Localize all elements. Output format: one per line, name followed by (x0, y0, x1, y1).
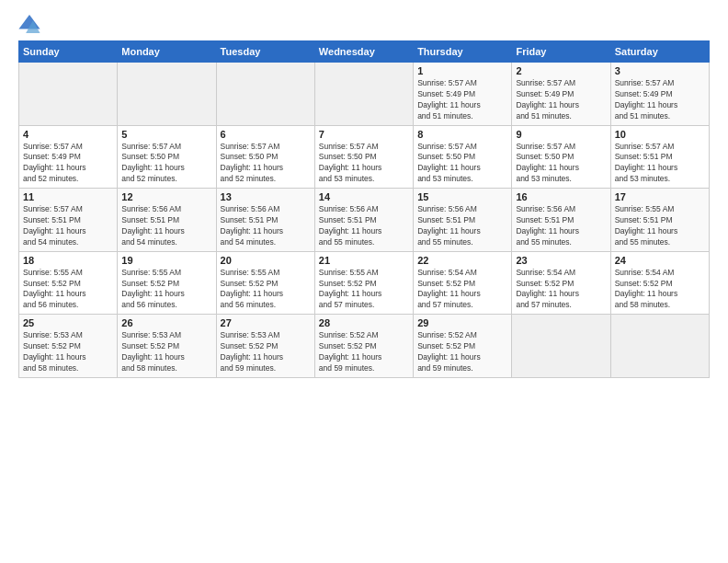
day-info: Sunrise: 5:53 AM Sunset: 5:52 PM Dayligh… (221, 330, 311, 374)
calendar-cell: 11Sunrise: 5:57 AM Sunset: 5:51 PM Dayli… (19, 189, 118, 252)
day-number: 29 (417, 317, 507, 328)
day-of-week-header: Friday (512, 41, 610, 63)
day-number: 21 (319, 255, 409, 266)
day-info: Sunrise: 5:52 AM Sunset: 5:52 PM Dayligh… (319, 330, 409, 374)
day-info: Sunrise: 5:53 AM Sunset: 5:52 PM Dayligh… (23, 330, 113, 374)
day-number: 25 (23, 317, 113, 328)
day-info: Sunrise: 5:54 AM Sunset: 5:52 PM Dayligh… (516, 268, 606, 312)
day-info: Sunrise: 5:57 AM Sunset: 5:49 PM Dayligh… (23, 142, 113, 186)
calendar-cell: 8Sunrise: 5:57 AM Sunset: 5:50 PM Daylig… (414, 125, 512, 189)
calendar-cell (314, 63, 413, 126)
day-number: 16 (516, 191, 606, 202)
day-info: Sunrise: 5:55 AM Sunset: 5:52 PM Dayligh… (221, 268, 311, 312)
day-info: Sunrise: 5:57 AM Sunset: 5:50 PM Dayligh… (417, 142, 507, 186)
calendar-cell: 23Sunrise: 5:54 AM Sunset: 5:52 PM Dayli… (512, 251, 610, 315)
calendar-cell (512, 315, 610, 378)
calendar-cell: 21Sunrise: 5:55 AM Sunset: 5:52 PM Dayli… (314, 251, 413, 315)
calendar-cell: 16Sunrise: 5:56 AM Sunset: 5:51 PM Dayli… (512, 189, 610, 252)
day-number: 24 (615, 255, 705, 266)
day-number: 27 (221, 317, 311, 328)
day-number: 26 (121, 317, 211, 328)
day-info: Sunrise: 5:57 AM Sunset: 5:50 PM Dayligh… (319, 142, 409, 186)
day-info: Sunrise: 5:55 AM Sunset: 5:52 PM Dayligh… (121, 268, 211, 312)
calendar-week-row: 25Sunrise: 5:53 AM Sunset: 5:52 PM Dayli… (19, 315, 710, 378)
day-info: Sunrise: 5:57 AM Sunset: 5:49 PM Dayligh… (615, 78, 705, 122)
day-info: Sunrise: 5:54 AM Sunset: 5:52 PM Dayligh… (417, 268, 507, 312)
day-number: 15 (417, 191, 507, 202)
day-number: 12 (121, 191, 211, 202)
day-number: 7 (319, 129, 409, 140)
calendar-cell: 6Sunrise: 5:57 AM Sunset: 5:50 PM Daylig… (216, 125, 314, 189)
day-number: 18 (23, 255, 113, 266)
day-number: 23 (516, 255, 606, 266)
calendar-cell: 28Sunrise: 5:52 AM Sunset: 5:52 PM Dayli… (314, 315, 413, 378)
calendar-cell (216, 63, 314, 126)
day-number: 8 (417, 129, 507, 140)
day-info: Sunrise: 5:57 AM Sunset: 5:50 PM Dayligh… (121, 142, 211, 186)
calendar-cell: 13Sunrise: 5:56 AM Sunset: 5:51 PM Dayli… (216, 189, 314, 252)
day-info: Sunrise: 5:57 AM Sunset: 5:51 PM Dayligh… (615, 142, 705, 186)
day-info: Sunrise: 5:56 AM Sunset: 5:51 PM Dayligh… (221, 204, 311, 248)
day-info: Sunrise: 5:56 AM Sunset: 5:51 PM Dayligh… (121, 204, 211, 248)
calendar-header-row: SundayMondayTuesdayWednesdayThursdayFrid… (19, 41, 710, 63)
day-info: Sunrise: 5:55 AM Sunset: 5:51 PM Dayligh… (615, 204, 705, 248)
day-number: 19 (121, 255, 211, 266)
calendar-cell: 25Sunrise: 5:53 AM Sunset: 5:52 PM Dayli… (19, 315, 118, 378)
logo-icon (18, 15, 40, 33)
calendar-cell (19, 63, 118, 126)
calendar-cell: 9Sunrise: 5:57 AM Sunset: 5:50 PM Daylig… (512, 125, 610, 189)
day-number: 2 (516, 65, 606, 76)
calendar-cell: 14Sunrise: 5:56 AM Sunset: 5:51 PM Dayli… (314, 189, 413, 252)
day-number: 5 (121, 129, 211, 140)
page-header (18, 15, 710, 33)
day-number: 3 (615, 65, 705, 76)
day-info: Sunrise: 5:56 AM Sunset: 5:51 PM Dayligh… (417, 204, 507, 248)
day-of-week-header: Sunday (19, 41, 118, 63)
day-number: 11 (23, 191, 113, 202)
day-number: 14 (319, 191, 409, 202)
day-info: Sunrise: 5:57 AM Sunset: 5:50 PM Dayligh… (221, 142, 311, 186)
day-info: Sunrise: 5:56 AM Sunset: 5:51 PM Dayligh… (516, 204, 606, 248)
calendar-cell: 24Sunrise: 5:54 AM Sunset: 5:52 PM Dayli… (610, 251, 709, 315)
day-number: 17 (615, 191, 705, 202)
logo (18, 15, 44, 33)
calendar-cell: 15Sunrise: 5:56 AM Sunset: 5:51 PM Dayli… (414, 189, 512, 252)
calendar-cell: 10Sunrise: 5:57 AM Sunset: 5:51 PM Dayli… (610, 125, 709, 189)
calendar-cell: 18Sunrise: 5:55 AM Sunset: 5:52 PM Dayli… (19, 251, 118, 315)
day-number: 10 (615, 129, 705, 140)
calendar-cell: 2Sunrise: 5:57 AM Sunset: 5:49 PM Daylig… (512, 63, 610, 126)
calendar-cell: 29Sunrise: 5:52 AM Sunset: 5:52 PM Dayli… (414, 315, 512, 378)
day-info: Sunrise: 5:57 AM Sunset: 5:49 PM Dayligh… (516, 78, 606, 122)
day-info: Sunrise: 5:54 AM Sunset: 5:52 PM Dayligh… (615, 268, 705, 312)
day-number: 9 (516, 129, 606, 140)
day-number: 1 (417, 65, 507, 76)
day-number: 6 (221, 129, 311, 140)
day-info: Sunrise: 5:52 AM Sunset: 5:52 PM Dayligh… (417, 330, 507, 374)
day-number: 20 (221, 255, 311, 266)
calendar: SundayMondayTuesdayWednesdayThursdayFrid… (18, 40, 710, 378)
calendar-cell: 19Sunrise: 5:55 AM Sunset: 5:52 PM Dayli… (118, 251, 216, 315)
calendar-cell (610, 315, 709, 378)
calendar-cell: 26Sunrise: 5:53 AM Sunset: 5:52 PM Dayli… (118, 315, 216, 378)
calendar-week-row: 11Sunrise: 5:57 AM Sunset: 5:51 PM Dayli… (19, 189, 710, 252)
calendar-cell: 3Sunrise: 5:57 AM Sunset: 5:49 PM Daylig… (610, 63, 709, 126)
day-info: Sunrise: 5:57 AM Sunset: 5:50 PM Dayligh… (516, 142, 606, 186)
day-of-week-header: Thursday (414, 41, 512, 63)
day-info: Sunrise: 5:56 AM Sunset: 5:51 PM Dayligh… (319, 204, 409, 248)
day-of-week-header: Tuesday (216, 41, 314, 63)
calendar-cell: 20Sunrise: 5:55 AM Sunset: 5:52 PM Dayli… (216, 251, 314, 315)
day-info: Sunrise: 5:53 AM Sunset: 5:52 PM Dayligh… (121, 330, 211, 374)
calendar-cell: 27Sunrise: 5:53 AM Sunset: 5:52 PM Dayli… (216, 315, 314, 378)
day-number: 13 (221, 191, 311, 202)
day-info: Sunrise: 5:55 AM Sunset: 5:52 PM Dayligh… (319, 268, 409, 312)
calendar-week-row: 18Sunrise: 5:55 AM Sunset: 5:52 PM Dayli… (19, 251, 710, 315)
calendar-cell: 7Sunrise: 5:57 AM Sunset: 5:50 PM Daylig… (314, 125, 413, 189)
day-number: 28 (319, 317, 409, 328)
calendar-cell: 12Sunrise: 5:56 AM Sunset: 5:51 PM Dayli… (118, 189, 216, 252)
calendar-week-row: 4Sunrise: 5:57 AM Sunset: 5:49 PM Daylig… (19, 125, 710, 189)
day-of-week-header: Wednesday (314, 41, 413, 63)
day-of-week-header: Monday (118, 41, 216, 63)
calendar-cell (118, 63, 216, 126)
calendar-cell: 4Sunrise: 5:57 AM Sunset: 5:49 PM Daylig… (19, 125, 118, 189)
day-info: Sunrise: 5:55 AM Sunset: 5:52 PM Dayligh… (23, 268, 113, 312)
